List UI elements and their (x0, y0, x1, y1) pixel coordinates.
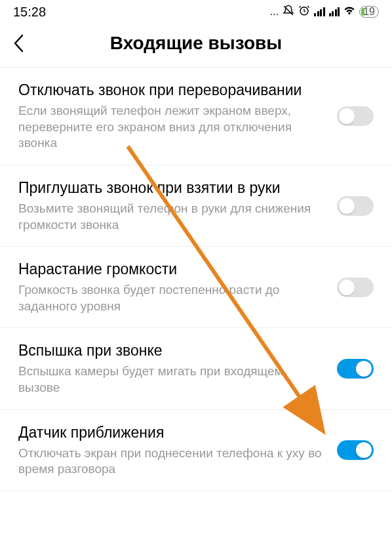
alarm-icon (298, 5, 310, 19)
setting-subtitle: Отключать экран при поднесении телефона … (18, 445, 326, 478)
toggle-knob (356, 361, 372, 377)
setting-ascending-volume[interactable]: Нарастание громкости Громкость звонка бу… (0, 247, 392, 328)
status-bar: 15:28 ... (0, 0, 392, 24)
status-dots: ... (270, 6, 279, 18)
toggle-flash-on-call[interactable] (337, 359, 374, 379)
setting-text: Вспышка при звонке Вспышка камеры будет … (18, 341, 326, 396)
setting-text: Датчик приближения Отключать экран при п… (18, 423, 326, 478)
setting-subtitle: Если звонящий телефон лежит экраном ввер… (18, 103, 326, 152)
setting-flash-on-call[interactable]: Вспышка при звонке Вспышка камеры будет … (0, 328, 392, 409)
toggle-pickup-to-reduce[interactable] (337, 196, 374, 216)
toggle-flip-to-silence[interactable] (337, 106, 374, 126)
signal-bars-1 (314, 7, 325, 16)
setting-title: Нарастание громкости (18, 260, 326, 280)
setting-pickup-to-reduce[interactable]: Приглушать звонок при взятии в руки Возь… (0, 165, 392, 247)
page-title: Входящие вызовы (13, 33, 379, 54)
setting-subtitle: Громкость звонка будет постепенно расти … (18, 282, 326, 314)
setting-flip-to-silence[interactable]: Отключать звонок при переворачивании Есл… (0, 68, 392, 165)
toggle-knob (339, 280, 355, 295)
setting-text: Нарастание громкости Громкость звонка бу… (18, 260, 326, 314)
setting-text: Приглушать звонок при взятии в руки Возь… (18, 178, 326, 233)
setting-title: Отключать звонок при переворачивании (18, 81, 326, 100)
battery-indicator: 19 (359, 6, 379, 18)
toggle-knob (339, 108, 355, 124)
settings-list: Отключать звонок при переворачивании Есл… (0, 68, 392, 491)
toggle-proximity-sensor[interactable] (337, 440, 374, 460)
setting-subtitle: Возьмите звонящий телефон в руки для сни… (18, 201, 326, 233)
setting-subtitle: Вспышка камеры будет мигать при входящем… (18, 363, 326, 396)
header: Входящие вызовы (0, 24, 392, 68)
status-icons: ... 19 (270, 5, 379, 19)
toggle-knob (339, 198, 355, 214)
setting-text: Отключать звонок при переворачивании Есл… (18, 81, 326, 152)
status-time: 15:28 (13, 5, 46, 20)
signal-bars-2 (329, 7, 340, 16)
setting-title: Вспышка при звонке (18, 341, 326, 361)
setting-title: Приглушать звонок при взятии в руки (18, 178, 326, 198)
setting-proximity-sensor[interactable]: Датчик приближения Отключать экран при п… (0, 410, 392, 491)
setting-title: Датчик приближения (18, 423, 326, 443)
wifi-icon (343, 6, 355, 18)
toggle-knob (356, 442, 372, 458)
vibrate-icon (283, 5, 294, 19)
toggle-ascending-volume[interactable] (337, 278, 374, 297)
